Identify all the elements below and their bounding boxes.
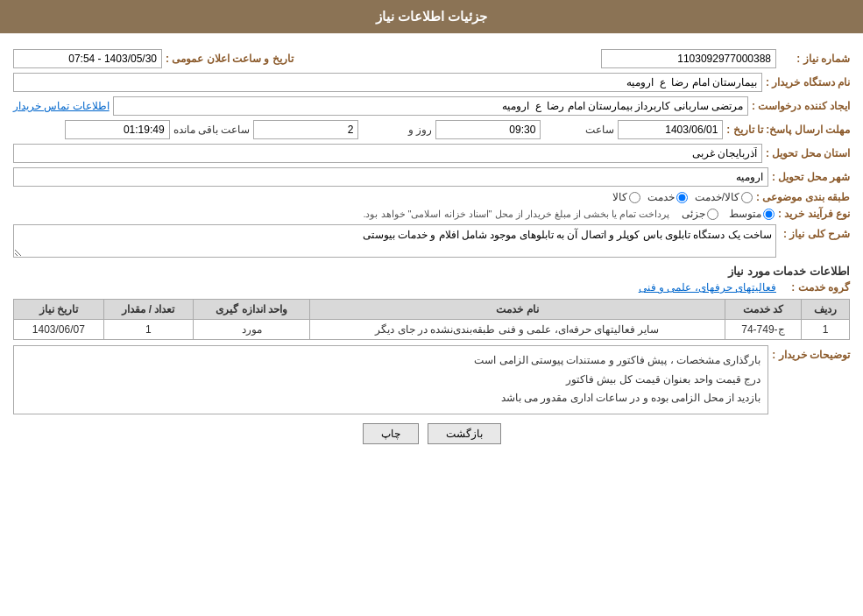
towzih-box: بارگذاری مشخصات ، پیش فاکتور و مستندات پ…: [13, 345, 768, 414]
cell-nam: سایر فعالیتهای حرفه‌ای، علمی و فنی طبقه‌…: [310, 320, 725, 340]
towzih-line3: بازدید از محل الزامی بوده و در ساعات ادا…: [21, 389, 760, 408]
tarikh-input[interactable]: [618, 120, 723, 139]
ostan-label: استان محل تحویل :: [766, 147, 850, 159]
baqi-mande-input[interactable]: [65, 120, 170, 139]
cell-tarikh: 1403/06/07: [14, 320, 104, 340]
radio-kala[interactable]: کالا: [612, 191, 640, 203]
tabaqe-radio-group: کالا/خدمت خدمت کالا: [13, 191, 753, 203]
etelaaat-link[interactable]: اطلاعات تماس خریدار: [13, 100, 110, 112]
cell-radif: 1: [802, 320, 850, 340]
rooz-label: روز و: [362, 124, 432, 136]
radio-kala-khedmat[interactable]: کالا/خدمت: [695, 191, 753, 203]
page-header: جزئیات اطلاعات نیاز: [0, 0, 863, 33]
tarikh-elaan-label: تاریخ و ساعت اعلان عمومی :: [166, 53, 294, 65]
radio-khedmat[interactable]: خدمت: [647, 191, 688, 203]
cell-vahed: مورد: [194, 320, 310, 340]
shomara-niaz-input[interactable]: [601, 49, 776, 68]
ijad-konande-input[interactable]: [113, 96, 748, 116]
radio-motovaset[interactable]: متوسط: [729, 208, 775, 220]
cell-tedad: 1: [103, 320, 194, 340]
sharh-textarea[interactable]: [13, 224, 776, 258]
shomara-niaz-label: شماره نیاز :: [780, 53, 850, 65]
shahr-label: شهر محل تحویل :: [772, 171, 850, 183]
col-kod: کد خدمت: [725, 300, 802, 320]
towzih-line1: بارگذاری مشخصات ، پیش فاکتور و مستندات پ…: [21, 351, 760, 371]
now-farayand-label: نوع فرآیند خرید :: [778, 208, 850, 220]
col-tedad: تعداد / مقدار: [103, 300, 194, 320]
col-nam: نام خدمت: [310, 300, 725, 320]
shahr-input[interactable]: [13, 167, 768, 187]
ostan-input[interactable]: [13, 144, 762, 163]
tarikh-elaan-input[interactable]: [13, 49, 162, 68]
col-tarikh: تاریخ نیاز: [14, 300, 104, 320]
ijad-konande-label: ایجاد کننده درخواست :: [752, 100, 850, 112]
etelaat-khadamat-title: اطلاعات خدمات مورد نیاز: [13, 265, 850, 278]
tabaqe-label: طبقه بندی موضوعی :: [756, 191, 850, 203]
col-radif: ردیف: [802, 300, 850, 320]
cell-kod: ج-749-74: [725, 320, 802, 340]
farayand-radio-group: متوسط جزئی: [682, 208, 775, 220]
khadamat-table: ردیف کد خدمت نام خدمت واحد اندازه گیری ت…: [13, 299, 850, 340]
nam-dastgah-input[interactable]: [13, 73, 762, 92]
towzih-label: توضیحات خریدار :: [772, 349, 850, 361]
khadamat-table-section: ردیف کد خدمت نام خدمت واحد اندازه گیری ت…: [13, 299, 850, 340]
saat-input[interactable]: [435, 120, 541, 139]
nam-dastgah-label: نام دستگاه خریدار :: [766, 76, 850, 89]
print-button[interactable]: چاپ: [363, 423, 419, 444]
gorooh-khedmat-label: گروه خدمت :: [780, 281, 850, 294]
buttons-row: بازگشت چاپ: [13, 423, 850, 453]
table-row: 1 ج-749-74 سایر فعالیتهای حرفه‌ای، علمی …: [14, 320, 850, 340]
towzih-line2: درج قیمت واحد بعنوان قیمت کل بیش فاکتور: [21, 371, 760, 390]
gorooh-khedmat-value[interactable]: فعالیتهای حرفهای، علمی و فنی: [639, 281, 776, 294]
saat-label: ساعت: [544, 124, 614, 136]
radio-jozei[interactable]: جزئی: [682, 208, 718, 220]
back-button[interactable]: بازگشت: [428, 423, 501, 444]
baqi-mande-label: ساعت باقی مانده: [173, 124, 251, 136]
farayand-note: پرداخت تمام یا بخشی از مبلغ خریدار از مح…: [363, 209, 669, 220]
rooz-input[interactable]: [253, 120, 358, 139]
sharh-label: شرح کلی نیاز :: [780, 228, 850, 240]
mohlet-ersal-label: مهلت ارسال پاسخ: تا تاریخ :: [726, 124, 850, 136]
col-vahed: واحد اندازه گیری: [194, 300, 310, 320]
page-title: جزئیات اطلاعات نیاز: [376, 9, 487, 24]
